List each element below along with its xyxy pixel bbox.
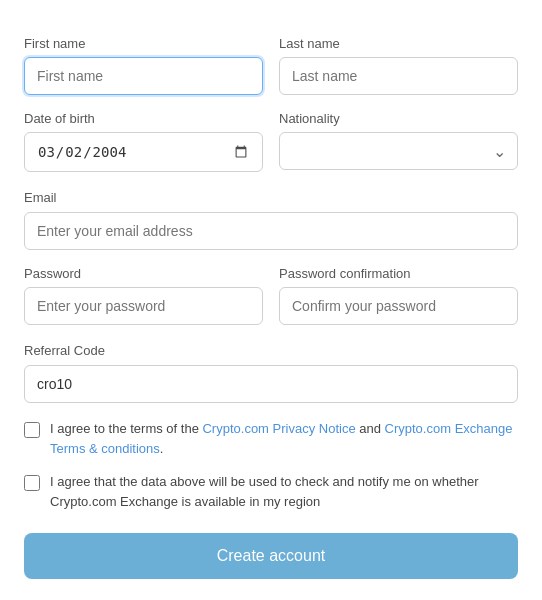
nationality-select-wrapper: United States United Kingdom Canada Aust…: [279, 132, 518, 170]
nationality-label: Nationality: [279, 111, 518, 126]
password-confirmation-input[interactable]: [279, 287, 518, 325]
create-account-button[interactable]: Create account: [24, 533, 518, 579]
name-row: First name Last name: [24, 36, 518, 95]
first-name-label: First name: [24, 36, 263, 51]
password-confirmation-label: Password confirmation: [279, 266, 518, 281]
referral-code-input[interactable]: [24, 365, 518, 403]
first-name-group: First name: [24, 36, 263, 95]
nationality-select[interactable]: United States United Kingdom Canada Aust…: [279, 132, 518, 170]
data-usage-label: I agree that the data above will be used…: [50, 472, 518, 511]
privacy-notice-link[interactable]: Crypto.com Privacy Notice: [202, 421, 355, 436]
last-name-group: Last name: [279, 36, 518, 95]
registration-form: First name Last name Date of birth Natio…: [20, 20, 522, 595]
email-label: Email: [24, 190, 57, 205]
first-name-input[interactable]: [24, 57, 263, 95]
nationality-group: Nationality United States United Kingdom…: [279, 111, 518, 172]
referral-code-group: Referral Code: [24, 341, 518, 403]
password-input[interactable]: [24, 287, 263, 325]
dob-input[interactable]: [24, 132, 263, 172]
password-group: Password: [24, 266, 263, 325]
password-row: Password Password confirmation: [24, 266, 518, 325]
dob-nationality-row: Date of birth Nationality United States …: [24, 111, 518, 172]
password-label: Password: [24, 266, 263, 281]
terms-checkbox[interactable]: [24, 422, 40, 438]
data-usage-checkbox[interactable]: [24, 475, 40, 491]
data-usage-checkbox-row: I agree that the data above will be used…: [24, 472, 518, 511]
dob-label: Date of birth: [24, 111, 263, 126]
last-name-input[interactable]: [279, 57, 518, 95]
dob-group: Date of birth: [24, 111, 263, 172]
last-name-label: Last name: [279, 36, 518, 51]
email-input[interactable]: [24, 212, 518, 250]
terms-checkbox-label: I agree to the terms of the Crypto.com P…: [50, 419, 518, 458]
referral-code-label: Referral Code: [24, 343, 105, 358]
terms-checkbox-row: I agree to the terms of the Crypto.com P…: [24, 419, 518, 458]
password-confirmation-group: Password confirmation: [279, 266, 518, 325]
email-group: Email: [24, 188, 518, 250]
